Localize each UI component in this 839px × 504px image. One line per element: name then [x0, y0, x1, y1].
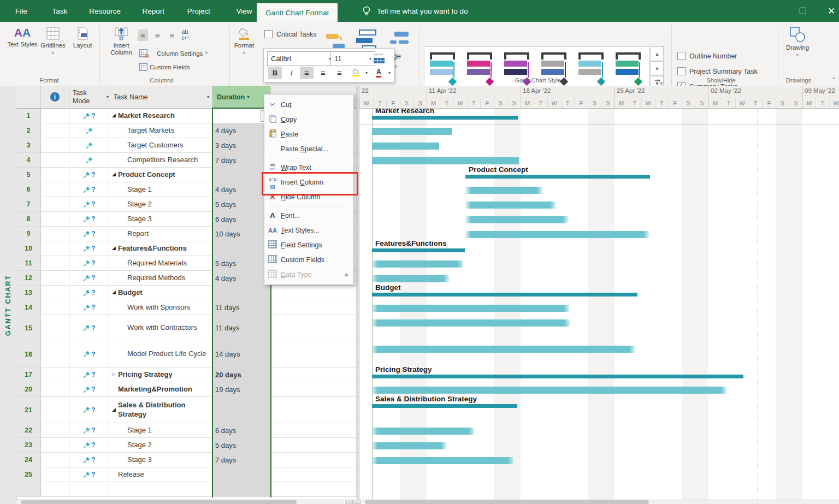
wrap-text-button[interactable]: abc↵: [181, 29, 190, 41]
row-number[interactable]: 22: [16, 423, 41, 438]
custom-fields-button[interactable]: Custom Fields: [139, 63, 190, 71]
duration-column-header[interactable]: Duration▾: [212, 86, 271, 109]
menu-report[interactable]: Report: [134, 0, 172, 22]
info-cell[interactable]: [41, 286, 69, 300]
task-name-cell[interactable]: Stage 2: [109, 197, 212, 212]
task-mode-cell[interactable]: ?: [69, 286, 109, 300]
task-bar[interactable]: [372, 305, 569, 312]
task-mode-cell[interactable]: ?: [69, 467, 109, 482]
font-name-combo[interactable]: Calibri▾: [267, 51, 335, 66]
row-number[interactable]: 20: [16, 382, 41, 397]
info-cell[interactable]: [41, 382, 69, 397]
task-mode-cell[interactable]: ?: [69, 168, 109, 182]
row-number[interactable]: 10: [16, 241, 41, 256]
add-column-cell[interactable]: [271, 438, 357, 453]
task-mode-cell[interactable]: ?: [69, 109, 109, 123]
menu-view[interactable]: View: [229, 0, 260, 22]
summary-bar[interactable]: [372, 116, 518, 120]
add-column-cell[interactable]: [271, 286, 357, 300]
task-name-cell[interactable]: Work with Sponsors: [109, 300, 212, 315]
task-mode-column-header[interactable]: Task Mode▾: [69, 86, 109, 109]
task-name-cell[interactable]: ▷Pricing Strategy: [109, 367, 212, 382]
task-name-cell[interactable]: Required Materials: [109, 256, 212, 271]
align-center-button[interactable]: ≡: [152, 29, 163, 41]
insert-column-button[interactable]: Insert Column: [107, 26, 135, 56]
info-cell[interactable]: [41, 212, 69, 227]
info-cell[interactable]: [41, 227, 69, 241]
add-column-cell[interactable]: [271, 397, 357, 423]
task-bar[interactable]: [372, 128, 452, 135]
duration-cell[interactable]: [212, 482, 271, 497]
context-menu-item-custom-fields[interactable]: Custom Fields: [264, 252, 353, 267]
task-name-cell[interactable]: Stage 2: [109, 438, 212, 453]
summary-bar[interactable]: [372, 248, 465, 252]
duration-cell[interactable]: 6 days: [212, 423, 271, 438]
task-name-cell[interactable]: Target Markets: [109, 123, 212, 138]
context-menu-item-font[interactable]: AFont...: [264, 208, 353, 223]
collapse-outline-icon[interactable]: ◢: [112, 289, 116, 295]
gantt-style-green-blue[interactable]: [616, 52, 642, 88]
task-name-cell[interactable]: Stage 3: [109, 212, 212, 227]
task-bar[interactable]: [465, 216, 568, 223]
task-mode-cell[interactable]: ?: [69, 367, 109, 382]
info-cell[interactable]: [41, 197, 69, 212]
task-name-cell[interactable]: [109, 482, 212, 497]
duration-cell[interactable]: [212, 467, 271, 482]
task-bar[interactable]: [465, 187, 542, 194]
collapse-outline-icon[interactable]: ◢: [112, 171, 116, 177]
row-number[interactable]: [16, 482, 41, 497]
task-name-cell[interactable]: Work with Contractors: [109, 315, 212, 341]
gantt-style-dialog-launcher[interactable]: [657, 78, 663, 86]
gallery-scroll-up-button[interactable]: ▲: [651, 46, 664, 61]
context-menu-item-copy[interactable]: Copy: [264, 112, 353, 127]
info-cell[interactable]: [41, 397, 69, 423]
task-bar[interactable]: [372, 428, 474, 435]
align-right-button[interactable]: ≡: [167, 29, 178, 41]
row-number[interactable]: 2: [16, 123, 41, 138]
row-number[interactable]: 1: [16, 109, 41, 123]
tell-me-box[interactable]: Tell me what you want to do: [362, 0, 468, 22]
duration-cell[interactable]: 11 days: [212, 315, 271, 341]
add-column-cell[interactable]: [271, 482, 357, 497]
task-mode-cell[interactable]: ?: [69, 197, 109, 212]
row-number[interactable]: 3: [16, 138, 41, 153]
info-cell[interactable]: [41, 423, 69, 438]
task-mode-filter-arrow[interactable]: ▾: [107, 94, 109, 99]
duration-cell[interactable]: [212, 286, 271, 300]
row-number[interactable]: 24: [16, 453, 41, 467]
task-mode-cell[interactable]: [69, 153, 109, 168]
task-mode-cell[interactable]: ?: [69, 300, 109, 315]
duration-cell[interactable]: 14 days: [212, 341, 271, 367]
duration-cell[interactable]: 20 days: [212, 367, 271, 382]
task-bar[interactable]: [372, 442, 446, 449]
task-mode-cell[interactable]: ?: [69, 241, 109, 256]
critical-tasks-checkbox[interactable]: Critical Tasks: [264, 30, 316, 38]
task-name-cell[interactable]: Required Methods: [109, 271, 212, 286]
chart-hscrollbar-thumb[interactable]: [365, 500, 649, 504]
row-number[interactable]: 6: [16, 182, 41, 197]
row-number[interactable]: 17: [16, 367, 41, 382]
summary-bar[interactable]: [372, 375, 743, 378]
menu-file[interactable]: File: [8, 0, 35, 22]
duration-cell[interactable]: 5 days: [212, 256, 271, 271]
info-cell[interactable]: [41, 123, 69, 138]
task-name-cell[interactable]: ◢Product Concept: [109, 168, 212, 182]
task-mode-cell[interactable]: ?: [69, 227, 109, 241]
add-column-cell[interactable]: [271, 423, 357, 438]
add-column-cell[interactable]: [271, 300, 357, 315]
duration-cell[interactable]: 3 days: [212, 138, 271, 153]
duration-filter-arrow[interactable]: ▾: [247, 94, 249, 99]
gallery-scroll-down-button[interactable]: ▼: [651, 61, 664, 76]
font-color-button[interactable]: A: [372, 67, 386, 79]
add-column-cell[interactable]: [271, 453, 357, 467]
layout-button[interactable]: Layout: [69, 26, 96, 49]
menu-task[interactable]: Task: [45, 0, 75, 22]
task-bar[interactable]: [372, 157, 519, 164]
checkbox-project-summary-task[interactable]: Project Summary Task: [677, 67, 758, 75]
italic-button[interactable]: I: [285, 67, 298, 79]
row-number[interactable]: 9: [16, 227, 41, 241]
duration-cell[interactable]: 19 days: [212, 382, 271, 397]
task-mode-cell[interactable]: ?: [69, 315, 109, 341]
summary-bar[interactable]: [465, 175, 650, 179]
row-number[interactable]: 7: [16, 197, 41, 212]
